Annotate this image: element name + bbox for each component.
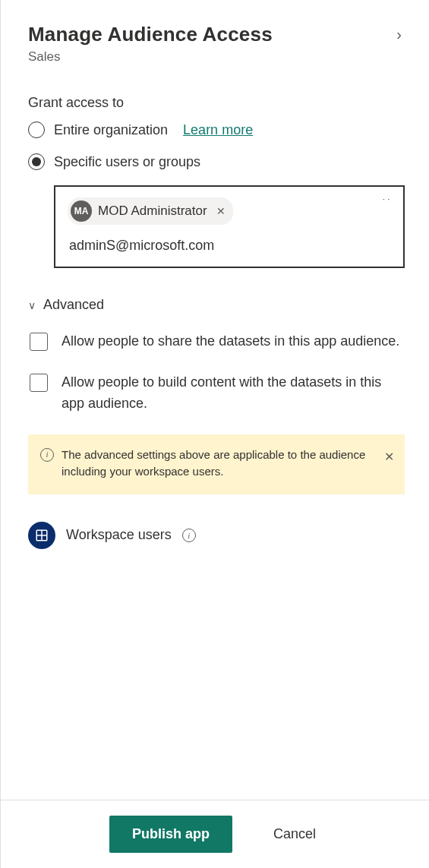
radio-selected-dot: [32, 157, 41, 166]
radio-icon[interactable]: [28, 122, 45, 138]
radio-entire-org[interactable]: Entire organization Learn more: [28, 122, 405, 138]
info-banner: i The advanced settings above are applic…: [28, 434, 405, 494]
panel-subtitle: Sales: [28, 49, 405, 65]
close-banner-icon[interactable]: ✕: [384, 448, 394, 466]
workspace-users-label: Workspace users: [66, 527, 172, 543]
people-picker[interactable]: ⁠˙˙ MA MOD Administrator ✕: [54, 185, 405, 268]
learn-more-link[interactable]: Learn more: [183, 122, 253, 138]
avatar: MA: [71, 200, 92, 222]
panel-title: Manage Audience Access: [28, 23, 273, 46]
radio-specific-users[interactable]: Specific users or groups: [28, 153, 405, 170]
checkbox-icon[interactable]: [30, 374, 48, 392]
user-chip[interactable]: MA MOD Administrator ✕: [68, 197, 233, 225]
panel-header: Manage Audience Access ›: [28, 23, 405, 46]
user-chip-name: MOD Administrator: [98, 204, 207, 219]
workspace-icon: [28, 522, 55, 549]
radio-specific-users-label: Specific users or groups: [54, 154, 200, 170]
audience-access-panel: Manage Audience Access › Sales Grant acc…: [0, 0, 429, 868]
radio-icon[interactable]: [28, 153, 45, 170]
checkbox-allow-share[interactable]: Allow people to share the datasets in th…: [28, 331, 405, 352]
grant-access-label: Grant access to: [28, 95, 405, 111]
checkbox-icon[interactable]: [30, 333, 48, 351]
checkbox-allow-share-label: Allow people to share the datasets in th…: [62, 331, 399, 352]
people-picker-input[interactable]: [68, 237, 391, 254]
checkbox-allow-build[interactable]: Allow people to build content with the d…: [28, 372, 405, 415]
remove-chip-icon[interactable]: ✕: [216, 205, 226, 217]
checkbox-allow-build-label: Allow people to build content with the d…: [62, 372, 405, 415]
chevron-down-icon: ∨: [28, 299, 36, 311]
panel-footer: Publish app Cancel: [1, 800, 429, 868]
cancel-button[interactable]: Cancel: [269, 825, 320, 843]
publish-app-button[interactable]: Publish app: [109, 816, 232, 853]
picker-menu-icon[interactable]: ⁠˙˙: [383, 197, 393, 210]
advanced-toggle[interactable]: ∨ Advanced: [28, 297, 405, 313]
radio-entire-org-label: Entire organization: [54, 122, 168, 138]
workspace-users-row: Workspace users i: [28, 522, 405, 549]
advanced-label: Advanced: [43, 297, 104, 313]
info-banner-text: The advanced settings above are applicab…: [62, 447, 377, 481]
info-icon: i: [40, 448, 54, 462]
collapse-icon[interactable]: ›: [393, 23, 405, 46]
info-icon[interactable]: i: [182, 529, 196, 542]
